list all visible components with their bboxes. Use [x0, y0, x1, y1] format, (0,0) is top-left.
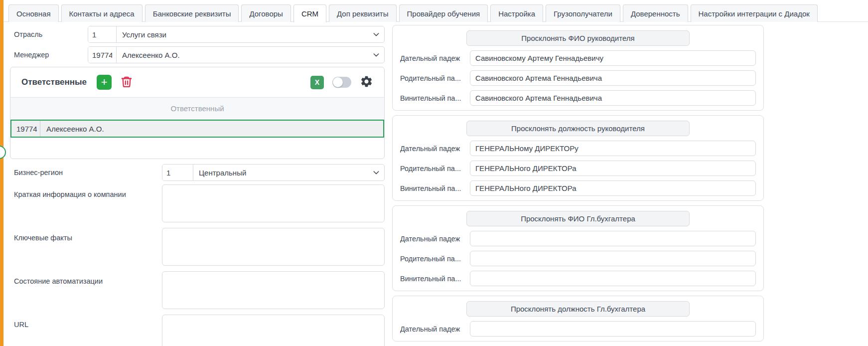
case-value-input[interactable]	[470, 50, 756, 66]
case-field-row: Дательный падеж	[400, 321, 756, 337]
chevron-down-icon[interactable]	[368, 51, 384, 59]
case-value-input[interactable]	[470, 70, 756, 86]
tab-10[interactable]: Настройки интеграции с Диадок	[691, 4, 818, 22]
responsibles-empty-area	[10, 138, 384, 159]
plus-icon: +	[101, 77, 108, 88]
industry-label: Отрасль	[10, 30, 88, 38]
panel-settings-button[interactable]	[360, 75, 373, 90]
case-value-input[interactable]	[470, 231, 756, 246]
case-label: Дательный падеж	[400, 145, 470, 153]
industry-value: Услуги связи	[117, 30, 368, 39]
business-region-value: Центральный	[193, 169, 368, 177]
decline-button[interactable]: Просклонять ФИО руководителя	[466, 30, 690, 46]
case-label: Винительный па...	[400, 94, 470, 102]
industry-code-input[interactable]	[88, 26, 117, 42]
industry-row: Отрасль Услуги связи	[10, 26, 385, 43]
declension-group-1: Просклонять должность руководителяДатель…	[392, 115, 764, 201]
case-label: Дательный падеж	[400, 235, 470, 243]
case-value-input[interactable]	[470, 251, 756, 266]
tab-8[interactable]: Грузополучатели	[546, 4, 620, 22]
excel-icon: X	[315, 78, 319, 86]
case-label: Винительный па...	[400, 184, 470, 192]
case-value-input[interactable]	[470, 141, 756, 156]
tab-6[interactable]: Провайдер обучения	[399, 4, 488, 22]
responsible-table-row[interactable]: 19774 Алексеенко А.О.	[10, 120, 384, 138]
chevron-down-icon[interactable]	[368, 30, 384, 38]
company-info-row: Краткая информация о компании	[10, 184, 385, 222]
manager-value: Алексеенко А.О.	[117, 51, 368, 59]
key-facts-label: Ключевые факты	[10, 228, 162, 242]
delete-responsible-button[interactable]	[120, 75, 133, 90]
declension-groups: Просклонять ФИО руководителяДательный па…	[392, 24, 764, 346]
decline-button[interactable]: Просклонять ФИО Гл.бухгалтера	[466, 211, 690, 226]
panel-toggle-switch[interactable]	[332, 77, 351, 88]
add-responsible-button[interactable]: +	[97, 75, 112, 90]
case-label: Родительный па...	[400, 255, 470, 263]
manager-combobox[interactable]: Алексеенко А.О.	[88, 46, 385, 63]
decline-button[interactable]: Просклонять должность руководителя	[466, 121, 690, 136]
declension-group-2: Просклонять ФИО Гл.бухгалтераДательный п…	[392, 205, 764, 291]
tab-4[interactable]: CRM	[293, 4, 326, 22]
responsible-name-cell: Алексеенко А.О.	[40, 121, 104, 137]
case-field-row: Винительный па...	[400, 90, 756, 106]
declension-group-3: Просклонять должность Гл.бухгалтераДател…	[392, 296, 764, 342]
case-value-input[interactable]	[470, 321, 756, 337]
url-textarea[interactable]	[162, 315, 385, 346]
left-accent-bar	[0, 0, 3, 346]
crm-page: ОсновнаяКонтакты и адресаБанковские рекв…	[0, 0, 868, 346]
case-value-input[interactable]	[470, 180, 756, 196]
tab-3[interactable]: Договоры	[241, 4, 290, 22]
tab-1[interactable]: Контакты и адреса	[61, 4, 143, 22]
toggle-knob	[333, 77, 343, 87]
case-field-row: Винительный па...	[400, 271, 756, 286]
gear-icon	[360, 75, 373, 90]
automation-state-textarea[interactable]	[162, 271, 385, 309]
case-label: Родительный па...	[400, 165, 470, 173]
manager-code-input[interactable]	[88, 47, 117, 63]
case-field-row: Родительный па...	[400, 70, 756, 86]
case-label: Дательный падеж	[400, 325, 470, 333]
tab-2[interactable]: Банковские реквизиты	[145, 4, 239, 22]
case-value-input[interactable]	[470, 161, 756, 176]
sidebar-handle-button[interactable]	[0, 146, 6, 159]
tab-7[interactable]: Настройка	[490, 4, 543, 22]
manager-label: Менеджер	[10, 51, 88, 59]
automation-state-row: Состояние автоматизации	[10, 271, 385, 309]
business-region-label: Бизнес-регион	[10, 169, 162, 176]
company-info-label: Краткая информация о компании	[10, 184, 162, 198]
case-label: Родительный па...	[400, 74, 470, 82]
case-field-row: Дательный падеж	[400, 231, 756, 246]
responsibles-panel-header: Ответственные + X	[10, 67, 384, 97]
business-region-row: Бизнес-регион Центральный	[10, 164, 385, 181]
case-field-row: Дательный падеж	[400, 141, 756, 156]
business-region-code-input[interactable]	[162, 165, 193, 180]
business-region-combobox[interactable]: Центральный	[162, 164, 385, 181]
chevron-down-icon[interactable]	[368, 169, 384, 176]
url-label: URL	[10, 315, 162, 329]
industry-combobox[interactable]: Услуги связи	[88, 26, 385, 43]
case-label: Винительный па...	[400, 275, 470, 283]
responsible-id-cell: 19774	[11, 121, 40, 137]
responsibles-title: Ответственные	[21, 77, 87, 87]
declension-group-0: Просклонять ФИО руководителяДательный па…	[392, 25, 764, 111]
company-info-textarea[interactable]	[162, 184, 385, 222]
decline-button[interactable]: Просклонять должность Гл.бухгалтера	[466, 301, 690, 317]
automation-state-label: Состояние автоматизации	[10, 271, 162, 285]
case-field-row: Родительный па...	[400, 161, 756, 176]
key-facts-row: Ключевые факты	[10, 228, 385, 266]
case-value-input[interactable]	[470, 271, 756, 286]
responsibles-panel: Ответственные + X	[10, 67, 385, 159]
tab-9[interactable]: Доверенность	[623, 4, 688, 22]
manager-row: Менеджер Алексеенко А.О.	[10, 46, 385, 63]
case-label: Дательный падеж	[400, 54, 470, 62]
tab-0[interactable]: Основная	[8, 4, 59, 22]
trash-icon	[120, 75, 133, 90]
case-field-row: Дательный падеж	[400, 50, 756, 66]
case-value-input[interactable]	[470, 90, 756, 106]
tab-5[interactable]: Доп реквизиты	[329, 4, 396, 22]
case-field-row: Родительный па...	[400, 251, 756, 266]
key-facts-textarea[interactable]	[162, 228, 385, 266]
excel-export-button[interactable]: X	[310, 76, 324, 89]
tab-bar: ОсновнаяКонтакты и адресаБанковские рекв…	[8, 4, 818, 22]
crm-form-left: Отрасль Услуги связи Менеджер Алексеенко…	[10, 25, 385, 346]
